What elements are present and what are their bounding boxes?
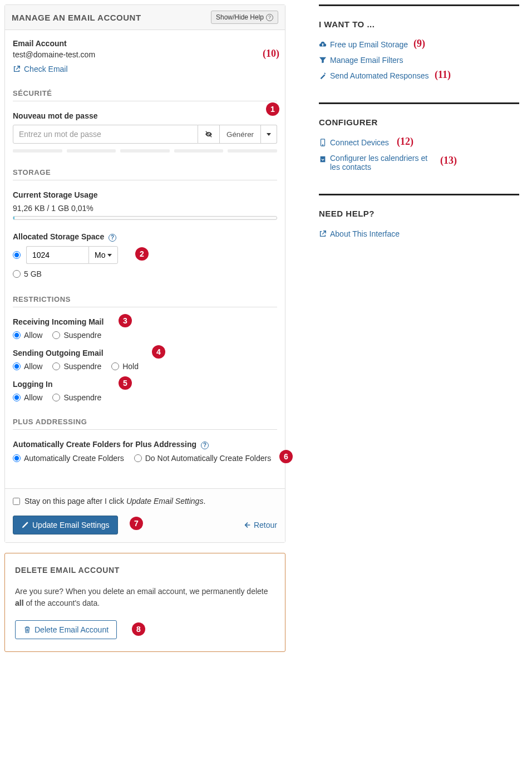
current-usage-label: Current Storage Usage (13, 190, 277, 199)
password-strength-meter (13, 149, 277, 153)
stay-on-page-checkbox[interactable] (13, 498, 20, 505)
external-link-icon (319, 230, 327, 238)
incoming-allow-radio[interactable] (13, 331, 21, 339)
generate-password-dropdown[interactable] (261, 125, 277, 144)
delete-email-panel: DELETE EMAIL ACCOUNT Are you sure? When … (4, 553, 285, 652)
filter-icon (319, 56, 327, 64)
annotation-13: (13) (440, 155, 457, 166)
caret-down-icon (107, 254, 112, 257)
external-link-icon (13, 65, 21, 73)
storage-heading: STORAGE (13, 168, 277, 180)
annotation-5: 5 (119, 376, 132, 390)
logging-in-label: Logging In (13, 380, 277, 389)
cloud-upload-icon (319, 41, 327, 48)
annotation-6: 6 (279, 450, 293, 463)
configurer-section: CONFIGURER Connect Devices (12) Configur… (319, 102, 519, 171)
download-icon (319, 155, 327, 163)
delete-warning-text: Are you sure? When you delete an email a… (15, 586, 275, 609)
annotation-10: (10) (263, 48, 279, 60)
password-input[interactable] (13, 125, 198, 144)
connect-devices-link[interactable]: Connect Devices (330, 138, 389, 147)
restrictions-heading: RESTRICTIONS (13, 295, 277, 307)
configurer-heading: CONFIGURER (319, 117, 519, 127)
annotation-1: 1 (266, 102, 279, 116)
need-help-section: NEED HELP? About This Interface (319, 194, 519, 238)
allocated-storage-label: Allocated Storage Space ? (13, 232, 277, 242)
email-account-value: test@domaine-test.com (13, 50, 277, 59)
delete-email-account-button[interactable]: Delete Email Account (15, 620, 117, 639)
show-hide-help-button[interactable]: Show/Hide Help ? (211, 11, 278, 24)
receiving-incoming-label: Receiving Incoming Mail (13, 317, 277, 326)
manage-email-panel: MANAGE AN EMAIL ACCOUNT Show/Hide Help ?… (4, 4, 285, 543)
help-icon: ? (266, 14, 273, 21)
caret-down-icon (267, 133, 271, 136)
outgoing-suspend-radio[interactable] (52, 362, 60, 370)
arrow-left-icon (244, 521, 252, 529)
incoming-suspend-radio[interactable] (52, 331, 60, 339)
back-link[interactable]: Retour (244, 521, 277, 529)
pencil-icon (21, 521, 29, 529)
toggle-password-visibility-button[interactable] (198, 125, 220, 144)
allocated-max-label: 5 GB (24, 269, 42, 278)
outgoing-allow-radio[interactable] (13, 362, 21, 370)
help-icon[interactable]: ? (201, 442, 209, 449)
login-allow-radio[interactable] (13, 394, 21, 401)
svg-point-1 (322, 145, 323, 145)
magic-wand-icon (319, 72, 327, 80)
new-password-label: Nouveau mot de passe (13, 111, 277, 120)
login-suspend-radio[interactable] (52, 394, 60, 401)
security-heading: SÉCURITÉ (13, 89, 277, 101)
mobile-icon (319, 139, 327, 146)
panel-title: MANAGE AN EMAIL ACCOUNT (12, 13, 141, 22)
allocated-max-radio[interactable] (13, 270, 21, 278)
need-help-heading: NEED HELP? (319, 209, 519, 218)
automated-responses-link[interactable]: Send Automated Responses (330, 71, 428, 80)
annotation-8: 8 (132, 622, 145, 636)
annotation-7: 7 (130, 517, 143, 530)
panel-header: MANAGE AN EMAIL ACCOUNT Show/Hide Help ? (5, 5, 285, 30)
storage-unit-dropdown[interactable]: Mo (88, 246, 118, 264)
i-want-to-heading: I WANT TO ... (319, 19, 519, 29)
annotation-12: (12) (397, 136, 413, 148)
allocated-storage-input[interactable] (26, 246, 88, 264)
plus-addressing-label: Automatically Create Folders for Plus Ad… (13, 440, 277, 449)
annotation-4: 4 (152, 345, 165, 359)
email-account-label: Email Account (13, 39, 277, 48)
annotation-9: (9) (413, 38, 425, 50)
configure-calendar-link[interactable]: Configurer les calendriers et les contac… (330, 154, 436, 171)
sending-outgoing-label: Sending Outgoing Email (13, 349, 277, 357)
update-email-settings-button[interactable]: Update Email Settings (13, 516, 118, 534)
free-up-storage-link[interactable]: Free up Email Storage (330, 40, 408, 49)
annotation-2: 2 (135, 247, 149, 261)
i-want-to-section: I WANT TO ... Free up Email Storage (9) … (319, 4, 519, 80)
allocated-custom-radio[interactable] (13, 251, 21, 259)
plus-no-auto-radio[interactable] (134, 454, 142, 462)
plus-addressing-heading: PLUS ADDRESSING (13, 418, 277, 430)
check-email-link[interactable]: Check Email (24, 65, 68, 73)
delete-heading: DELETE EMAIL ACCOUNT (15, 566, 275, 575)
eye-slash-icon (205, 130, 213, 138)
outgoing-hold-radio[interactable] (111, 362, 119, 370)
current-usage-value: 91,26 KB / 1 GB 0,01% (13, 204, 277, 213)
annotation-3: 3 (119, 314, 132, 327)
generate-password-button[interactable]: Générer (220, 125, 261, 144)
stay-on-page-label: Stay on this page after I click Update E… (24, 497, 205, 506)
storage-progress-bar (13, 216, 277, 220)
about-interface-link[interactable]: About This Interface (330, 229, 400, 238)
help-icon[interactable]: ? (109, 234, 116, 242)
trash-icon (23, 626, 31, 634)
plus-auto-create-radio[interactable] (13, 454, 21, 462)
manage-filters-link[interactable]: Manage Email Filters (330, 56, 403, 65)
annotation-11: (11) (435, 69, 451, 81)
